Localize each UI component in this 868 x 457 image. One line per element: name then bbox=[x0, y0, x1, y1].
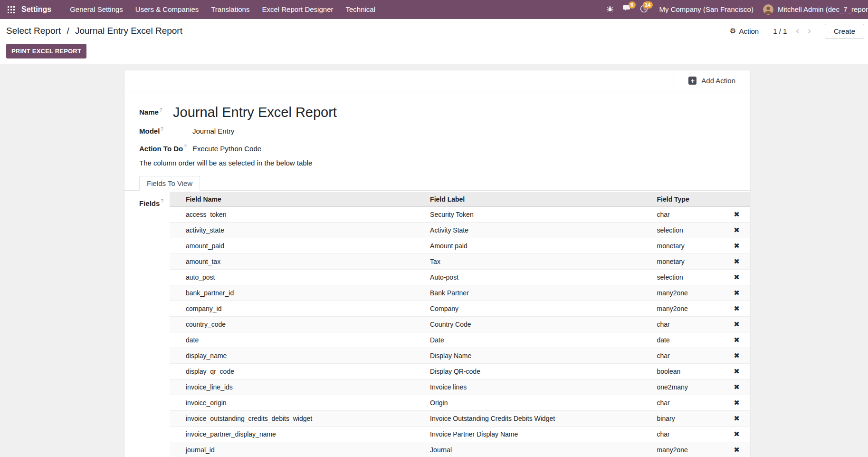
remove-row-icon[interactable]: ✖ bbox=[734, 351, 740, 360]
table-row[interactable]: auto_post Auto-post selection ✖ bbox=[170, 270, 750, 285]
remove-row-icon[interactable]: ✖ bbox=[734, 320, 740, 329]
avatar[interactable] bbox=[763, 4, 773, 15]
table-row[interactable]: date Date date ✖ bbox=[170, 332, 750, 348]
cell-remove[interactable]: ✖ bbox=[724, 223, 750, 238]
create-button[interactable]: Create bbox=[825, 24, 864, 39]
header-field-label[interactable]: Field Label bbox=[427, 192, 654, 207]
remove-row-icon[interactable]: ✖ bbox=[734, 336, 740, 344]
cell-field-type: char bbox=[654, 348, 724, 364]
cell-remove[interactable]: ✖ bbox=[724, 364, 750, 379]
print-excel-report-button[interactable]: PRINT EXCEL REPORT bbox=[6, 44, 86, 58]
tab-fields-to-view[interactable]: Fields To View bbox=[139, 176, 200, 191]
cell-remove[interactable]: ✖ bbox=[724, 379, 750, 395]
navbar-menu-item[interactable]: Technical bbox=[339, 0, 382, 19]
table-row[interactable]: invoice_partner_display_name Invoice Par… bbox=[170, 427, 750, 442]
remove-row-icon[interactable]: ✖ bbox=[734, 257, 740, 266]
fields-field-label: Fields? bbox=[139, 192, 170, 457]
header-field-type[interactable]: Field Type bbox=[654, 192, 724, 207]
table-row[interactable]: invoice_line_ids Invoice lines one2many … bbox=[170, 379, 750, 395]
navbar-menu-item[interactable]: General Settings bbox=[64, 0, 129, 19]
fields-tab-page: Fields? Field Name Field Label Field Typ… bbox=[124, 191, 750, 457]
cell-field-type: selection bbox=[654, 270, 724, 285]
debug-button[interactable] bbox=[601, 0, 619, 19]
table-row[interactable]: amount_tax Tax monetary ✖ bbox=[170, 254, 750, 270]
cell-remove[interactable]: ✖ bbox=[724, 301, 750, 317]
action-menu-label: Action bbox=[739, 27, 759, 35]
cell-field-name: auto_post bbox=[170, 270, 427, 285]
navbar-menu-item[interactable]: Excel Report Designer bbox=[256, 0, 339, 19]
remove-row-icon[interactable]: ✖ bbox=[734, 273, 740, 282]
remove-row-icon[interactable]: ✖ bbox=[734, 367, 740, 376]
activities-button[interactable]: 14 bbox=[636, 0, 653, 19]
cell-remove[interactable]: ✖ bbox=[724, 395, 750, 411]
remove-row-icon[interactable]: ✖ bbox=[734, 399, 740, 407]
cell-field-label: Activity State bbox=[427, 223, 654, 238]
cell-remove[interactable]: ✖ bbox=[724, 348, 750, 364]
cell-field-label: Company bbox=[427, 301, 654, 317]
company-switcher[interactable]: My Company (San Francisco) bbox=[653, 0, 760, 19]
fields-table-head: Field Name Field Label Field Type bbox=[170, 192, 750, 207]
form-statusbar: + Add Action bbox=[124, 70, 750, 91]
add-action-label: Add Action bbox=[701, 77, 735, 85]
current-app-name[interactable]: Settings bbox=[21, 5, 51, 14]
remove-row-icon[interactable]: ✖ bbox=[734, 414, 740, 423]
table-row[interactable]: bank_partner_id Bank Partner many2one ✖ bbox=[170, 285, 750, 301]
cell-remove[interactable]: ✖ bbox=[724, 442, 750, 457]
remove-row-icon[interactable]: ✖ bbox=[734, 289, 740, 297]
cell-field-type: many2one bbox=[654, 285, 724, 301]
main-content: + Add Action Name? Journal Entry Excel R… bbox=[0, 64, 868, 457]
add-action-button[interactable]: + Add Action bbox=[674, 70, 750, 91]
table-row[interactable]: amount_paid Amount paid monetary ✖ bbox=[170, 238, 750, 254]
table-row[interactable]: display_qr_code Display QR-code boolean … bbox=[170, 364, 750, 379]
cell-remove[interactable]: ✖ bbox=[724, 254, 750, 270]
pager-value[interactable]: 1 / 1 bbox=[769, 27, 791, 35]
pager-previous-icon[interactable]: ‹ bbox=[792, 26, 802, 36]
action-to-do-help-icon: ? bbox=[184, 144, 187, 149]
user-menu[interactable]: Mitchell Admin (dec_7_repor bbox=[760, 0, 868, 19]
messages-button[interactable]: 6 bbox=[619, 0, 636, 19]
user-name[interactable]: Mitchell Admin (dec_7_repor bbox=[773, 0, 868, 19]
table-row[interactable]: access_token Security Token char ✖ bbox=[170, 207, 750, 223]
navbar-left: Settings General Settings Users & Compan… bbox=[8, 0, 382, 19]
table-row[interactable]: invoice_origin Origin char ✖ bbox=[170, 395, 750, 411]
cell-remove[interactable]: ✖ bbox=[724, 238, 750, 254]
table-row[interactable]: invoice_outstanding_credits_debits_widge… bbox=[170, 411, 750, 427]
remove-row-icon[interactable]: ✖ bbox=[734, 226, 740, 234]
cell-field-label: Amount paid bbox=[427, 238, 654, 254]
cell-remove[interactable]: ✖ bbox=[724, 411, 750, 427]
remove-row-icon[interactable]: ✖ bbox=[734, 210, 740, 219]
table-row[interactable]: activity_state Activity State selection … bbox=[170, 223, 750, 238]
action-to-do-value: Execute Python Code bbox=[192, 145, 261, 153]
cell-remove[interactable]: ✖ bbox=[724, 427, 750, 442]
remove-row-icon[interactable]: ✖ bbox=[734, 304, 740, 313]
table-row[interactable]: country_code Country Code char ✖ bbox=[170, 317, 750, 332]
remove-row-icon[interactable]: ✖ bbox=[734, 242, 740, 250]
gear-icon: ⚙ bbox=[730, 28, 736, 35]
notebook-tabs: Fields To View bbox=[124, 176, 750, 191]
breadcrumb-parent-link[interactable]: Select Report bbox=[6, 26, 61, 36]
header-field-name[interactable]: Field Name bbox=[170, 192, 427, 207]
fields-field-label-text: Fields bbox=[139, 199, 160, 207]
cell-field-name: invoice_partner_display_name bbox=[170, 427, 427, 442]
cell-field-type: selection bbox=[654, 223, 724, 238]
table-row[interactable]: company_id Company many2one ✖ bbox=[170, 301, 750, 317]
table-row[interactable]: journal_id Journal many2one ✖ bbox=[170, 442, 750, 457]
cell-remove[interactable]: ✖ bbox=[724, 270, 750, 285]
cell-remove[interactable]: ✖ bbox=[724, 317, 750, 332]
pager: 1 / 1 ‹ › bbox=[769, 26, 814, 36]
cell-remove[interactable]: ✖ bbox=[724, 332, 750, 348]
cell-remove[interactable]: ✖ bbox=[724, 207, 750, 223]
navbar-menu-item[interactable]: Translations bbox=[205, 0, 256, 19]
remove-row-icon[interactable]: ✖ bbox=[734, 383, 740, 391]
cell-field-type: char bbox=[654, 317, 724, 332]
cell-remove[interactable]: ✖ bbox=[724, 285, 750, 301]
apps-grid-icon[interactable] bbox=[8, 6, 15, 13]
remove-row-icon[interactable]: ✖ bbox=[734, 446, 740, 454]
table-row[interactable]: display_name Display Name char ✖ bbox=[170, 348, 750, 364]
form-sheet: + Add Action Name? Journal Entry Excel R… bbox=[124, 70, 750, 457]
control-panel: Select Report / Journal Entry Excel Repo… bbox=[0, 19, 868, 64]
remove-row-icon[interactable]: ✖ bbox=[734, 430, 740, 438]
action-menu-button[interactable]: ⚙ Action bbox=[730, 27, 759, 35]
navbar-menu-item[interactable]: Users & Companies bbox=[129, 0, 205, 19]
pager-next-icon[interactable]: › bbox=[804, 26, 814, 36]
